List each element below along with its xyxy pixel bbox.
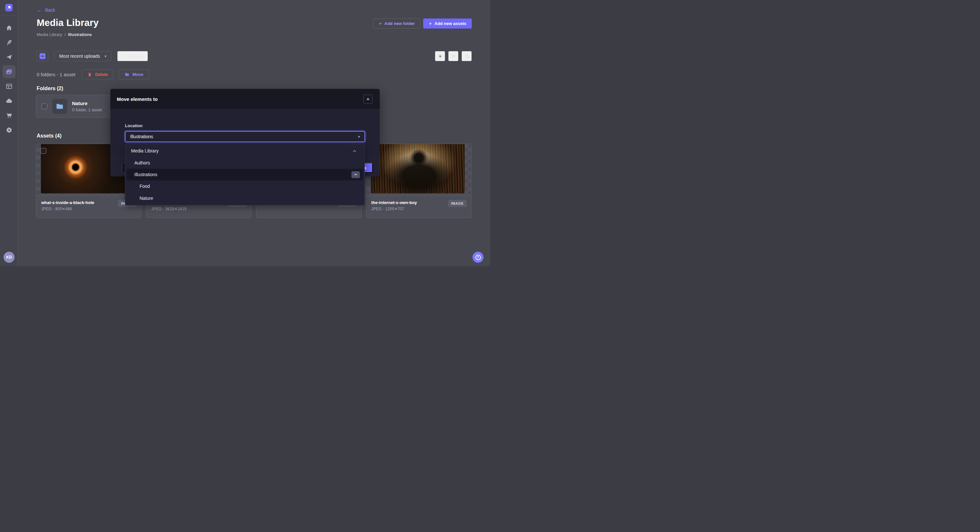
add-new-folder-label: Add new folder (385, 21, 415, 26)
layout-icon (6, 83, 13, 90)
filter-icon (123, 54, 127, 59)
delete-button[interactable]: Delete (82, 70, 113, 79)
home-icon (6, 24, 13, 32)
asset-meta: JPEG - 800✕466 (41, 206, 136, 211)
asset-footer: the-internet-s-own-boy JPEG - 1200✕707 I… (366, 196, 471, 218)
dropdown-option-food[interactable]: Food (127, 180, 363, 192)
move-button[interactable]: Move (119, 70, 149, 79)
paper-plane-icon (6, 54, 13, 61)
asset-type-badge: IMAGE (448, 200, 467, 207)
dropdown-option-label: Illustrations (134, 172, 158, 177)
location-label: Location (125, 123, 142, 128)
add-new-folder-button[interactable]: + Add new folder (373, 19, 420, 29)
toolbar: Most recent uploads ▾ Filters (37, 51, 472, 61)
close-icon: ✕ (366, 97, 370, 102)
selection-summary: 0 folders - 1 asset (37, 72, 75, 77)
chevron-up-icon[interactable] (352, 149, 356, 153)
back-arrow-icon: ← (37, 8, 42, 12)
folder-icon (125, 72, 129, 77)
folder-icon (56, 102, 64, 111)
location-dropdown: Media Library Authors Illustrations Food… (125, 144, 365, 205)
filters-label: Filters (130, 54, 143, 59)
breadcrumb-current: Illustrations (68, 32, 92, 37)
breadcrumb: Media Library / Illustrations (37, 32, 92, 37)
list-view-button[interactable] (448, 51, 458, 61)
dropdown-option-label: Nature (140, 195, 153, 201)
dropdown-option-label: Authors (134, 160, 150, 165)
dropdown-option-illustrations[interactable]: Illustrations (127, 169, 363, 180)
page-title: Media Library (37, 17, 99, 28)
library-photo (371, 144, 465, 193)
folder-checkbox[interactable] (41, 103, 48, 109)
gear-icon (438, 54, 443, 59)
asset-meta: JPEG - 3628✕2419 (151, 206, 246, 211)
dropdown-option-nature[interactable]: Nature (127, 192, 363, 204)
sort-select-value: Most recent uploads (59, 54, 100, 59)
media-library-app: KD ← Back Media Library Media Library / … (0, 0, 490, 266)
modal-title: Move elements to (117, 96, 158, 102)
filters-button[interactable]: Filters (117, 51, 148, 61)
asset-card[interactable]: the-internet-s-own-boy JPEG - 1200✕707 I… (366, 144, 471, 218)
select-all-checkbox[interactable] (37, 51, 48, 61)
modal-header: Move elements to ✕ (110, 89, 380, 110)
cart-icon (6, 112, 13, 119)
breadcrumb-parent[interactable]: Media Library (37, 32, 62, 37)
sidebar: KD (0, 0, 18, 266)
asset-thumbnail (366, 144, 471, 196)
location-select[interactable]: Illustrations ▾ (125, 131, 365, 142)
sidebar-item-content-manager[interactable] (3, 80, 16, 93)
sidebar-item-settings[interactable] (3, 124, 16, 137)
sidebar-item-media-library[interactable] (3, 65, 16, 78)
folder-meta: 0 folder, 1 asset (72, 107, 102, 112)
search-icon (464, 54, 469, 59)
help-button[interactable]: ? (473, 252, 484, 263)
list-icon (451, 54, 456, 59)
caret-down-icon: ▾ (358, 135, 360, 139)
location-select-value: Illustrations (130, 134, 153, 139)
delete-label: Delete (95, 72, 108, 77)
sidebar-item-cloud[interactable] (3, 94, 16, 107)
sort-select[interactable]: Most recent uploads ▾ (54, 51, 111, 61)
asset-checkbox[interactable] (41, 148, 46, 154)
modal-body: Location Illustrations ▾ (110, 110, 380, 142)
plus-icon: + (429, 22, 431, 25)
toolbar-right (435, 51, 472, 61)
sidebar-item-home[interactable] (3, 21, 16, 34)
collapse-children-button[interactable] (352, 171, 360, 178)
assets-section-title: Assets (4) (37, 133, 61, 139)
user-avatar[interactable]: KD (3, 252, 14, 263)
chevron-up-icon (354, 173, 358, 176)
sidebar-item-content[interactable] (3, 36, 16, 49)
selection-bar: 0 folders - 1 asset Delete Move (37, 70, 149, 79)
folder-info: Nature 0 folder, 1 asset (72, 100, 102, 112)
sidebar-item-releases[interactable] (3, 51, 16, 64)
trash-icon (87, 72, 92, 77)
gear-icon (6, 127, 13, 133)
sidebar-item-marketplace[interactable] (3, 109, 16, 122)
move-label: Move (132, 72, 143, 77)
back-label: Back (45, 8, 55, 13)
cloud-icon (6, 97, 13, 105)
back-link[interactable]: ← Back (37, 8, 55, 13)
search-button[interactable] (461, 51, 472, 61)
images-icon (6, 68, 13, 75)
sidebar-nav (0, 21, 18, 137)
caret-down-icon: ▾ (105, 54, 107, 59)
folder-thumbnail (52, 99, 67, 114)
dropdown-option-media-library[interactable]: Media Library (127, 145, 363, 157)
modal-close-button[interactable]: ✕ (363, 95, 372, 104)
dropdown-option-authors[interactable]: Authors (127, 157, 363, 168)
question-mark-icon: ? (476, 255, 481, 260)
workspace-logo[interactable] (0, 0, 18, 16)
view-settings-button[interactable] (435, 51, 445, 61)
plus-icon: + (379, 22, 382, 25)
add-new-assets-button[interactable]: + Add new assets (423, 19, 472, 29)
dropdown-option-label: Food (140, 184, 150, 189)
dropdown-option-label: Media Library (131, 148, 159, 153)
indeterminate-checkbox-icon (40, 53, 45, 59)
folders-section-title: Folders (2) (37, 86, 63, 92)
strapi-logo-icon (5, 4, 13, 11)
header-actions: + Add new folder + Add new assets (373, 19, 472, 29)
folder-name: Nature (72, 100, 102, 106)
feather-icon (6, 39, 13, 46)
